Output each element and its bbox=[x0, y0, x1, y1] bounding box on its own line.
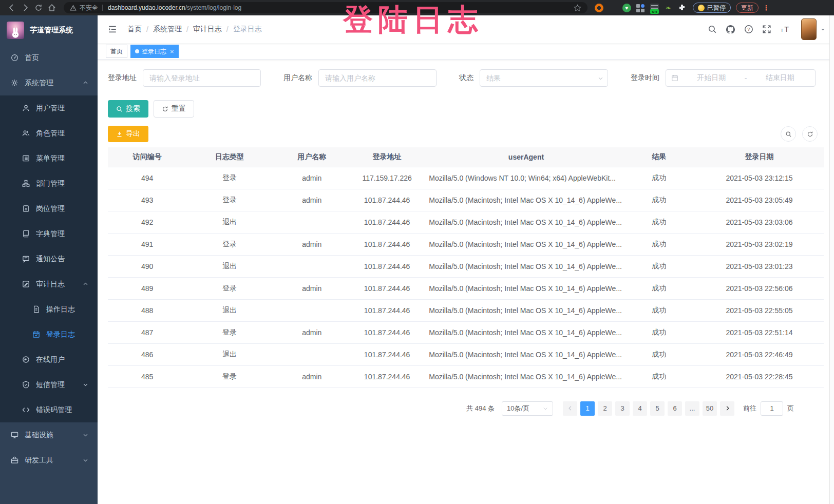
page-button-3[interactable]: 3 bbox=[615, 401, 630, 416]
cell-useragent: Mozilla/5.0 (Macintosh; Intel Mac OS X 1… bbox=[423, 277, 623, 299]
cell-log-type: 退出 bbox=[186, 211, 272, 233]
tag-login-log[interactable]: 登录日志 × bbox=[130, 45, 179, 58]
cell-id: 492 bbox=[108, 211, 186, 233]
start-date-placeholder[interactable]: 开始日期 bbox=[681, 73, 742, 83]
browser-forward-icon[interactable] bbox=[18, 2, 32, 14]
fullscreen-icon[interactable] bbox=[762, 25, 771, 34]
page-scrollbar[interactable] bbox=[829, 15, 834, 504]
pagination-total: 共 494 条 bbox=[466, 404, 495, 413]
breadcrumb-home[interactable]: 首页 bbox=[127, 25, 142, 34]
export-button-label: 导出 bbox=[126, 129, 140, 139]
toolbox-icon bbox=[10, 456, 18, 464]
sidebar-item-audit-log[interactable]: 审计日志 bbox=[0, 272, 98, 297]
user-avatar-menu[interactable] bbox=[801, 18, 826, 40]
sidebar-item-label: 操作日志 bbox=[46, 305, 75, 314]
sidebar-item-infrastructure[interactable]: 基础设施 bbox=[0, 422, 98, 448]
cell-log-type: 登录 bbox=[186, 365, 272, 387]
goto-label: 前往 bbox=[743, 404, 756, 413]
sidebar-item-system-mgmt[interactable]: 系统管理 bbox=[0, 70, 98, 95]
browser-back-icon[interactable] bbox=[5, 2, 18, 14]
sidebar-toggle-icon[interactable] bbox=[106, 23, 119, 36]
github-icon[interactable] bbox=[726, 25, 735, 34]
page-button-50[interactable]: 50 bbox=[703, 401, 717, 416]
dashboard-icon bbox=[10, 54, 18, 62]
login-address-input[interactable] bbox=[143, 69, 261, 87]
page-size-select[interactable]: 10条/页 bbox=[502, 401, 553, 416]
extension-list-icon[interactable]: on bbox=[650, 4, 659, 12]
extension-grid-icon[interactable] bbox=[636, 4, 645, 12]
extension-gem-icon[interactable] bbox=[609, 4, 617, 12]
sidebar-item-post-mgmt[interactable]: 岗位管理 bbox=[0, 196, 98, 221]
sidebar-item-menu-mgmt[interactable]: 菜单管理 bbox=[0, 146, 98, 171]
sidebar-item-user-mgmt[interactable]: 用户管理 bbox=[0, 95, 98, 121]
cell-username bbox=[273, 343, 351, 365]
breadcrumb-system[interactable]: 系统管理 bbox=[153, 25, 182, 34]
address-bar[interactable]: 不安全 dashboard.yudao.iocoder.cn/system/lo… bbox=[64, 2, 587, 13]
refresh-table-button[interactable] bbox=[802, 126, 818, 142]
extension-sprout-icon[interactable]: ❧ bbox=[664, 4, 673, 12]
end-date-placeholder[interactable]: 结束日期 bbox=[750, 73, 810, 83]
export-button[interactable]: 导出 bbox=[108, 126, 148, 142]
sidebar-item-label: 菜单管理 bbox=[36, 154, 65, 163]
prev-page-button[interactable] bbox=[563, 401, 577, 416]
tag-home[interactable]: 首页 bbox=[106, 45, 127, 58]
sidebar-item-login-log[interactable]: 登录日志 bbox=[0, 322, 98, 347]
chevron-down-icon bbox=[543, 406, 548, 411]
font-size-icon[interactable]: TT bbox=[780, 25, 790, 34]
sidebar-item-label: 系统管理 bbox=[25, 79, 53, 88]
toggle-search-button[interactable] bbox=[781, 126, 796, 142]
cell-date: 2021-05-03 22:28:45 bbox=[695, 365, 824, 387]
calendar-log-icon bbox=[32, 331, 40, 339]
browser-menu-icon[interactable]: ⋮ bbox=[763, 5, 770, 10]
page-button-4[interactable]: 4 bbox=[633, 401, 647, 416]
browser-reload-icon[interactable] bbox=[32, 2, 45, 14]
header-search-icon[interactable] bbox=[708, 25, 717, 34]
sidebar-item-operation-log[interactable]: 操作日志 bbox=[0, 297, 98, 322]
sidebar-item-home[interactable]: 首页 bbox=[0, 45, 98, 70]
bookmark-star-icon[interactable] bbox=[574, 4, 581, 12]
extension-puzzle-icon[interactable] bbox=[678, 4, 687, 12]
sidebar-item-notice-mgmt[interactable]: 通知公告 bbox=[0, 246, 98, 272]
browser-update-button[interactable]: 更新 bbox=[736, 3, 759, 13]
browser-home-icon[interactable] bbox=[45, 2, 59, 14]
sidebar-item-online-users[interactable]: 在线用户 bbox=[0, 347, 98, 372]
more-pages-button[interactable]: ... bbox=[685, 401, 699, 416]
chevron-up-icon bbox=[83, 281, 88, 287]
security-label: 不安全 bbox=[80, 4, 98, 12]
svg-text:T: T bbox=[784, 25, 789, 33]
login-time-label: 登录时间 bbox=[631, 73, 659, 83]
chevron-down-icon bbox=[83, 457, 88, 463]
page-button-1[interactable]: 1 bbox=[580, 401, 595, 416]
status-select[interactable] bbox=[480, 69, 608, 87]
app-logo[interactable]: 芋道管理系统 bbox=[0, 15, 98, 45]
extension-orange-icon[interactable] bbox=[595, 4, 603, 12]
sidebar-item-label: 首页 bbox=[25, 53, 39, 63]
extension-green-icon[interactable]: ♥ bbox=[622, 4, 631, 12]
sidebar-item-dept-mgmt[interactable]: 部门管理 bbox=[0, 171, 98, 196]
profile-paused-chip[interactable]: 已暂停 bbox=[693, 3, 731, 13]
search-button[interactable]: 搜索 bbox=[108, 100, 148, 118]
page-button-2[interactable]: 2 bbox=[598, 401, 612, 416]
breadcrumb-audit[interactable]: 审计日志 bbox=[193, 25, 222, 34]
username-input[interactable] bbox=[318, 69, 437, 87]
sidebar-item-sms-mgmt[interactable]: 短信管理 bbox=[0, 372, 98, 397]
cell-result: 成功 bbox=[623, 233, 695, 255]
breadcrumb: 首页 / 系统管理 / 审计日志 / 登录日志 bbox=[127, 25, 262, 34]
date-range-picker[interactable]: 开始日期 - 结束日期 bbox=[666, 69, 816, 87]
sidebar-item-dev-tools[interactable]: 研发工具 bbox=[0, 448, 98, 473]
col-header-username: 用户名称 bbox=[273, 147, 351, 167]
sidebar-item-error-code-mgmt[interactable]: 错误码管理 bbox=[0, 397, 98, 422]
reset-button[interactable]: 重置 bbox=[154, 100, 194, 118]
page-button-5[interactable]: 5 bbox=[650, 401, 665, 416]
avatar[interactable] bbox=[801, 18, 817, 40]
goto-page-input[interactable] bbox=[761, 401, 783, 416]
sidebar-item-dict-mgmt[interactable]: 字典管理 bbox=[0, 221, 98, 246]
help-icon[interactable]: ? bbox=[744, 25, 753, 34]
cell-useragent: Mozilla/5.0 (Macintosh; Intel Mac OS X 1… bbox=[423, 365, 623, 387]
next-page-button[interactable] bbox=[720, 401, 734, 416]
sidebar-item-role-mgmt[interactable]: 角色管理 bbox=[0, 121, 98, 146]
tag-close-icon[interactable]: × bbox=[170, 48, 174, 55]
cell-username: admin bbox=[273, 277, 351, 299]
page-button-6[interactable]: 6 bbox=[668, 401, 682, 416]
table-header-row: 访问编号 日志类型 用户名称 登录地址 userAgent 结果 登录日期 bbox=[108, 147, 824, 167]
